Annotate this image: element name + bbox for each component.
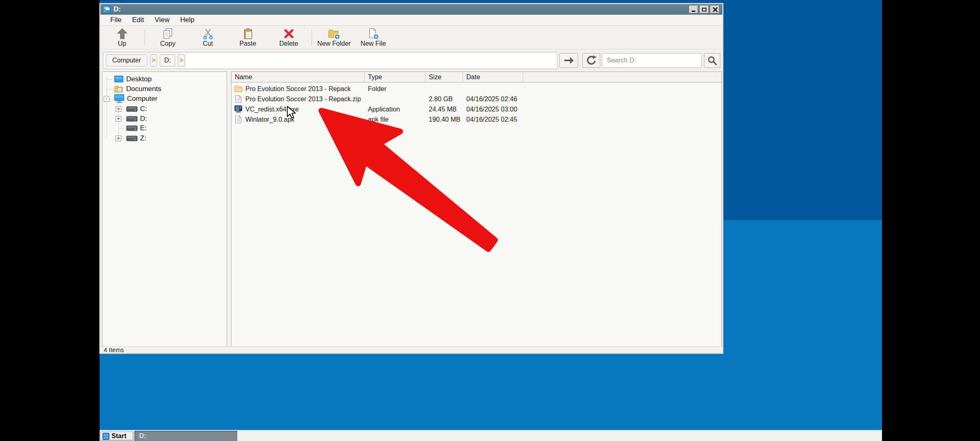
column-header-date[interactable]: Date: [463, 72, 523, 82]
file-row-pes2013-folder[interactable]: Pro Evolution Soccer 2013 - Repack Folde…: [232, 84, 721, 94]
breadcrumb: Computer > D: >: [103, 52, 557, 69]
document-icon: [234, 95, 243, 103]
clipboard-icon: [242, 28, 254, 40]
menu-edit[interactable]: Edit: [127, 16, 149, 24]
task-label: D:: [139, 432, 146, 440]
documents-folder-icon: [114, 85, 124, 93]
refresh-icon: [586, 55, 597, 66]
drive-icon: [126, 124, 138, 132]
cut-button[interactable]: Cut: [192, 28, 224, 48]
taskbar-task-d[interactable]: D:: [134, 431, 237, 441]
paste-button[interactable]: Paste: [232, 28, 264, 48]
copy-pages-icon: [162, 28, 174, 40]
search-icon: [707, 55, 717, 66]
taskbar: Start D:: [100, 430, 882, 441]
file-row-vc-redist-exe[interactable]: VC_redist.x64.exe Application 24.45 MB 0…: [232, 104, 721, 114]
menu-help[interactable]: Help: [175, 16, 200, 24]
toolbar: Up Copy Cut: [100, 26, 722, 49]
breadcrumb-chevron-icon[interactable]: >: [150, 54, 157, 67]
folder-icon: [234, 85, 243, 93]
file-list-pane: Name Type Size Date Pro Evolution Soccer…: [231, 71, 722, 347]
minimize-button[interactable]: [689, 5, 698, 13]
monitor-icon: [114, 75, 124, 83]
search-input[interactable]: [602, 53, 702, 68]
file-manager-window: D: File Edit View Help Up: [100, 3, 723, 354]
item-count: 4 Items: [104, 346, 124, 353]
drive-icon: [126, 134, 138, 143]
column-header-size[interactable]: Size: [425, 72, 463, 82]
collapse-expander-icon[interactable]: -: [104, 96, 109, 102]
folder-tree-pane: Desktop Documents Com: [102, 71, 227, 347]
column-header-name[interactable]: Name: [232, 72, 365, 82]
menubar: File Edit View Help: [100, 15, 722, 26]
delete-x-icon: [283, 28, 295, 40]
maximize-button[interactable]: [699, 5, 709, 13]
installer-icon: [234, 105, 243, 114]
close-button[interactable]: [710, 5, 719, 13]
tree-item-documents[interactable]: Documents: [102, 84, 226, 94]
expand-expander-icon[interactable]: +: [116, 106, 121, 112]
start-button[interactable]: Start: [100, 432, 134, 441]
tree-item-desktop[interactable]: Desktop: [102, 74, 226, 84]
document-icon: [234, 115, 243, 124]
start-menu-icon: [102, 433, 109, 440]
new-folder-button[interactable]: New Folder: [314, 28, 354, 48]
drive-icon: [126, 105, 138, 113]
screen: D: File Edit View Help Up: [0, 0, 980, 441]
window-controls: [689, 5, 719, 13]
start-label: Start: [111, 432, 126, 440]
column-header-filler: [523, 72, 722, 82]
breadcrumb-computer[interactable]: Computer: [106, 54, 147, 67]
expand-expander-icon[interactable]: +: [116, 136, 121, 141]
maximize-icon: [702, 8, 706, 11]
menu-view[interactable]: View: [149, 16, 175, 24]
copy-button[interactable]: Copy: [151, 28, 184, 48]
breadcrumb-chevron-icon[interactable]: >: [178, 54, 185, 67]
window-title: D:: [114, 5, 121, 13]
expand-expander-icon[interactable]: +: [116, 116, 121, 122]
menu-file[interactable]: File: [105, 16, 127, 24]
search-button[interactable]: [704, 53, 720, 68]
new-file-button[interactable]: New File: [355, 28, 391, 48]
new-file-icon: [367, 28, 379, 40]
tree-item-drive-e[interactable]: E:: [102, 123, 226, 133]
computer-monitor-icon: [114, 94, 125, 104]
drive-icon: [126, 115, 138, 123]
minimize-icon: [692, 11, 695, 12]
new-folder-icon: [327, 28, 340, 40]
tree-item-computer[interactable]: Computer: [102, 94, 226, 104]
toolbar-separator: [312, 29, 312, 45]
refresh-button[interactable]: [582, 53, 600, 68]
column-header-type[interactable]: Type: [365, 72, 425, 82]
delete-button[interactable]: Delete: [272, 28, 305, 48]
file-list-header: Name Type Size Date: [232, 72, 722, 82]
file-row-pes2013-zip[interactable]: Pro Evolution Soccer 2013 - Repack.zip 2…: [232, 94, 721, 104]
breadcrumb-drive-d[interactable]: D:: [160, 54, 175, 67]
go-arrow-icon: [563, 55, 575, 66]
go-button[interactable]: [559, 53, 578, 68]
close-icon: [712, 7, 717, 12]
file-manager-app-icon: [102, 5, 111, 13]
toolbar-separator: [145, 29, 145, 45]
up-arrow-icon: [116, 28, 128, 40]
window-titlebar[interactable]: D:: [100, 4, 722, 15]
status-bar: 4 Items: [100, 346, 722, 353]
scissors-icon: [202, 28, 214, 40]
address-bar: Computer > D: >: [100, 49, 722, 71]
file-row-winlator-apk[interactable]: Winlator_9.0.apk apk file 190.40 MB 04/1…: [232, 114, 721, 125]
up-button[interactable]: Up: [106, 28, 138, 48]
